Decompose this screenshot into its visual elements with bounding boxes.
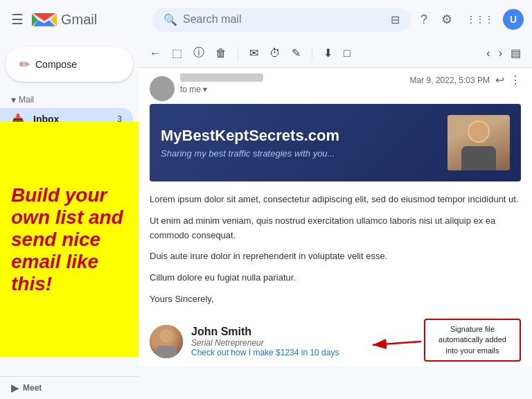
- sidebar: ✏ Compose ▾ Mail 📥 Inbox 3 🕐 🕐 21: [0, 39, 139, 399]
- toolbar-right: ‹ › ▤: [484, 44, 524, 62]
- callout-arrow: [369, 331, 425, 352]
- nav-prev-button[interactable]: ‹: [484, 44, 493, 62]
- clock-button[interactable]: ⏱: [267, 44, 283, 62]
- promo-overlay: Build your own list and send nice email …: [0, 122, 139, 357]
- meet-chevron-icon: ▶: [11, 382, 19, 393]
- search-input[interactable]: [183, 13, 385, 26]
- email-area: ← ⬚ ⓘ 🗑 ✉ ⏱ ✎ ⬇ □ ‹ › ▤: [139, 39, 532, 366]
- sig-body: [156, 346, 177, 358]
- email-header-row: to me ▾ Mar 9, 2022, 5:03 PM ↩ ⋮: [139, 68, 532, 104]
- email-banner: MyBestKeptSecrets.com Sharing my best tr…: [150, 104, 521, 181]
- person-body: [461, 146, 496, 170]
- svg-line-1: [373, 342, 421, 345]
- email-date: Mar 9, 2022, 5:03 PM: [410, 76, 490, 85]
- toolbar-separator2: [312, 46, 312, 60]
- sender-avatar: [150, 76, 175, 101]
- email-right-meta: Mar 9, 2022, 5:03 PM ↩ ⋮: [410, 73, 521, 87]
- search-bar[interactable]: 🔍 ⊟: [152, 8, 411, 32]
- meet-section[interactable]: ▶ Meet: [0, 376, 139, 399]
- signature-link[interactable]: Check out how I make $1234 in 10 days: [191, 348, 339, 357]
- email-toolbar: ← ⬚ ⓘ 🗑 ✉ ⏱ ✎ ⬇ □ ‹ › ▤: [139, 39, 532, 68]
- banner-title: MyBestKeptSecrets.com: [161, 127, 339, 145]
- toolbar-separator1: [238, 46, 238, 60]
- signature-avatar: [150, 325, 183, 358]
- body-para-5: Yours Sincerely,: [150, 292, 521, 307]
- nav-next-button[interactable]: ›: [496, 44, 505, 62]
- gmail-logo: Gmail: [32, 10, 97, 28]
- main-layout: ✏ Compose ▾ Mail 📥 Inbox 3 🕐 🕐 21: [0, 39, 532, 399]
- app-header: ☰ Gmail 🔍 ⊟ ? ⚙ ⋮⋮⋮ U: [0, 0, 532, 39]
- email-meta: to me ▾: [180, 73, 405, 94]
- person-head: [468, 121, 490, 143]
- gmail-text: Gmail: [61, 12, 97, 28]
- spam-button[interactable]: ⓘ: [190, 43, 207, 63]
- help-icon[interactable]: ?: [416, 8, 432, 31]
- compose-button[interactable]: ✏ Compose: [6, 47, 133, 82]
- sender-to[interactable]: to me ▾: [180, 85, 405, 94]
- body-para-2: Ut enim ad minim veniam, quis nostrud ex…: [150, 214, 521, 243]
- body-para-4: Cillum dolore eu fugiat nulla pariatur.: [150, 271, 521, 285]
- meet-label: Meet: [23, 383, 42, 393]
- email-body: Lorem ipsum dolor sit amet, consectetur …: [139, 187, 532, 319]
- view-button[interactable]: ▤: [508, 44, 524, 62]
- compose-label: Compose: [35, 59, 77, 70]
- user-avatar[interactable]: U: [503, 9, 524, 30]
- promo-text: Build your own list and send nice email …: [11, 184, 134, 296]
- banner-subtitle: Sharing my best traffic strategies with …: [161, 148, 339, 159]
- email-area-wrapper: ← ⬚ ⓘ 🗑 ✉ ⏱ ✎ ⬇ □ ‹ › ▤: [139, 39, 532, 399]
- compose-icon: ✏: [19, 57, 30, 72]
- banner-text: MyBestKeptSecrets.com Sharing my best tr…: [161, 127, 339, 158]
- gmail-logo-svg: [32, 10, 57, 28]
- header-right: ? ⚙ ⋮⋮⋮ U: [416, 8, 524, 31]
- edit-button[interactable]: ✎: [289, 44, 303, 62]
- mail-section-label: ▾ Mail: [0, 93, 139, 108]
- header-left: ☰ Gmail: [8, 8, 147, 30]
- more-button[interactable]: ⋮: [510, 73, 521, 87]
- search-icon: 🔍: [163, 13, 177, 26]
- download-button[interactable]: ⬇: [321, 44, 335, 62]
- sender-row: [180, 73, 405, 82]
- sender-name-placeholder: [180, 73, 263, 82]
- body-para-3: Duis aute irure dolor in reprehenderit i…: [150, 249, 521, 264]
- banner-person-image: [447, 115, 510, 170]
- apps-icon[interactable]: ⋮⋮⋮: [462, 10, 497, 29]
- sig-head: [159, 329, 173, 343]
- hamburger-icon[interactable]: ☰: [8, 8, 26, 30]
- signature-name: John Smith: [191, 326, 339, 338]
- signature-info: John Smith Serial Netrepreneur Check out…: [191, 326, 339, 357]
- signature-title: Serial Netrepreneur: [191, 338, 339, 348]
- trash-button[interactable]: 🗑: [213, 44, 229, 62]
- filter-icon[interactable]: ⊟: [391, 13, 400, 26]
- back-button[interactable]: ←: [147, 44, 163, 62]
- archive-button[interactable]: ⬚: [169, 44, 185, 62]
- reply-button[interactable]: ↩: [495, 73, 504, 87]
- envelope-button[interactable]: ✉: [247, 44, 261, 62]
- body-para-1: Lorem ipsum dolor sit amet, consectetur …: [150, 193, 521, 207]
- signature-callout: Signature file automatically added into …: [424, 319, 521, 362]
- settings-icon[interactable]: ⚙: [437, 8, 456, 31]
- print-button[interactable]: □: [341, 44, 353, 62]
